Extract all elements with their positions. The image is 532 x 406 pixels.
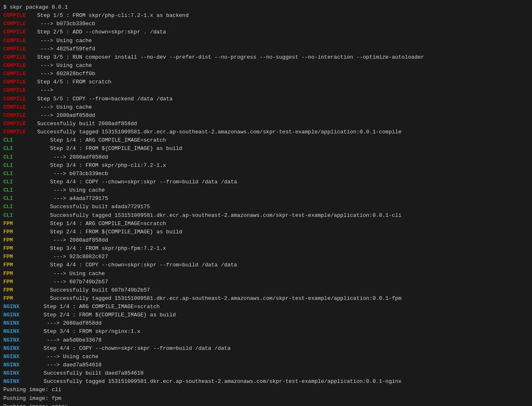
line-content: ---> 923c8082c627 [34,253,108,261]
prefix-fpm: FPM [3,228,34,236]
terminal-line: NGINX ---> daed7a854618 [3,361,529,369]
terminal-line: NGINX ---> ae5d0be33678 [3,336,529,344]
terminal-line: FPM ---> 923c8082c627 [3,253,529,261]
prefix-fpm: FPM [3,220,34,228]
line-content: ---> a4ada7729175 [34,195,108,203]
prefix-cli: CLI [3,170,34,178]
prefix-cli: CLI [3,203,34,211]
line-content: ---> Using cache [34,353,98,361]
terminal-line: NGINX Step 2/4 : FROM ${COMPILE_IMAGE} a… [3,311,529,319]
terminal-line: FPM ---> 607b749b2b57 [3,278,529,286]
line-content: Step 3/5 : RUN composer install --no-dev… [34,53,424,62]
terminal-line: NGINX Step 3/4 : FROM skpr/nginx:1.x [3,328,529,336]
terminal-line: NGINX Successfully built daed7a854618 [3,369,529,378]
line-content: $ skpr package 0.0.1 [3,3,68,12]
line-content: Step 2/5 : ADD --chown=skpr:skpr . /data [34,28,166,36]
line-content: Successfully tagged 153151009581.dkr.ecr… [34,211,401,220]
prefix-cli: CLI [3,178,34,186]
line-content: Step 1/4 : ARG COMPILE_IMAGE=scratch [34,220,166,228]
terminal-line: NGINX ---> 2080adf858dd [3,319,529,328]
terminal-line: COMPILE ---> Using cache [3,103,529,112]
line-content: ---> b073cb339ecb [34,170,108,178]
line-content: ---> Using cache [34,103,92,112]
line-content: ---> 2080adf858dd [34,112,95,120]
terminal-line: CLI ---> Using cache [3,186,529,195]
prefix-nginx: NGINX [3,336,34,344]
line-content: ---> 607b749b2b57 [34,278,108,286]
line-content: Successfully built 607b749b2b57 [34,286,150,294]
line-content: Successfully built a4ada7729175 [34,203,150,211]
terminal-line: FPM Successfully tagged 153151009581.dkr… [3,294,529,303]
terminal-line: CLI ---> 2080adf858dd [3,153,529,161]
terminal-line: COMPILE Step 2/5 : ADD --chown=skpr:skpr… [3,28,529,36]
prefix-compile: COMPILE [3,128,34,136]
line-content: Step 1/5 : FROM skpr/php-cli:7.2-1.x as … [34,12,188,20]
prefix-cli: CLI [3,161,34,170]
terminal-line: CLI Successfully built a4ada7729175 [3,203,529,211]
prefix-compile: COMPILE [3,120,34,128]
prefix-fpm: FPM [3,236,34,245]
prefix-nginx: NGINX [3,378,34,386]
terminal-line: FPM Successfully built 607b749b2b57 [3,286,529,294]
terminal-line: COMPILE Step 5/5 : COPY --from=backend /… [3,95,529,103]
line-content: Successfully tagged 153151009581.dkr.ecr… [34,378,401,386]
line-content: Step 1/4 : ARG COMPILE_IMAGE=scratch [34,303,160,311]
terminal-line: $ skpr package 0.0.1 [3,3,529,12]
prefix-fpm: FPM [3,278,34,286]
prefix-compile: COMPILE [3,62,34,70]
terminal-line: FPM ---> 2080adf858dd [3,236,529,245]
line-content: ---> Using cache [34,37,92,45]
line-content: ---> Using cache [34,186,105,195]
terminal-line: NGINX Step 4/4 : COPY --chown=skpr:skpr … [3,344,529,353]
terminal-line: COMPILE ---> Using cache [3,37,529,45]
prefix-nginx: NGINX [3,303,34,311]
terminal-line: CLI Step 3/4 : FROM skpr/php-cli:7.2-1.x [3,161,529,170]
line-content: ---> 602828bcff0b [34,70,95,78]
line-content: ---> [34,86,53,95]
line-content: Successfully built 2080adf858dd [34,120,137,128]
line-content: Step 4/4 : COPY --chown=skpr:skpr --from… [34,261,237,269]
line-content: Step 5/5 : COPY --from=backend /data /da… [34,95,172,103]
line-content: ---> Using cache [34,62,92,70]
prefix-compile: COMPILE [3,45,34,53]
terminal-line: FPM Step 1/4 : ARG COMPILE_IMAGE=scratch [3,220,529,228]
terminal-line: COMPILE Step 1/5 : FROM skpr/php-cli:7.2… [3,12,529,20]
terminal-line: FPM Step 2/4 : FROM ${COMPILE_IMAGE} as … [3,228,529,236]
terminal-line: Pushing image: nginx [3,403,529,406]
line-content: ---> 2080adf858dd [34,153,108,161]
line-content: ---> Using cache [34,270,105,278]
terminal-line: CLI ---> b073cb339ecb [3,170,529,178]
prefix-compile: COMPILE [3,86,34,95]
terminal-line: CLI Step 1/4 : ARG COMPILE_IMAGE=scratch [3,136,529,145]
prefix-cli: CLI [3,136,34,145]
line-content: Step 3/4 : FROM skpr/nginx:1.x [34,328,140,336]
line-content: ---> ae5d0be33678 [34,336,102,344]
prefix-cli: CLI [3,195,34,203]
prefix-compile: COMPILE [3,103,34,112]
prefix-compile: COMPILE [3,20,34,28]
terminal-line: Pushing image: fpm [3,394,529,403]
line-content: Successfully tagged 153151009581.dkr.ecr… [34,294,401,303]
prefix-nginx: NGINX [3,361,34,369]
terminal-line: CLI Step 2/4 : FROM ${COMPILE_IMAGE} as … [3,145,529,153]
line-content: ---> 2080adf858dd [34,236,108,245]
prefix-compile: COMPILE [3,37,34,45]
terminal-line: CLI Successfully tagged 153151009581.dkr… [3,211,529,220]
prefix-compile: COMPILE [3,28,34,36]
terminal: $ skpr package 0.0.1COMPILE Step 1/5 : F… [3,3,529,406]
prefix-cli: CLI [3,211,34,220]
prefix-compile: COMPILE [3,70,34,78]
prefix-fpm: FPM [3,245,34,253]
terminal-line: COMPILE ---> Using cache [3,62,529,70]
line-content: Step 4/5 : FROM scratch [34,78,111,86]
terminal-line: COMPILE Step 4/5 : FROM scratch [3,78,529,86]
line-content: Step 3/4 : FROM skpr/php-fpm:7.2-1.x [34,245,166,253]
prefix-fpm: FPM [3,286,34,294]
prefix-nginx: NGINX [3,353,34,361]
prefix-nginx: NGINX [3,311,34,319]
prefix-compile: COMPILE [3,12,34,20]
line-content: ---> b073cb339ecb [34,20,95,28]
prefix-nginx: NGINX [3,344,34,353]
line-content: Step 4/4 : COPY --chown=skpr:skpr --from… [34,178,237,186]
terminal-line: COMPILE Successfully built 2080adf858dd [3,120,529,128]
